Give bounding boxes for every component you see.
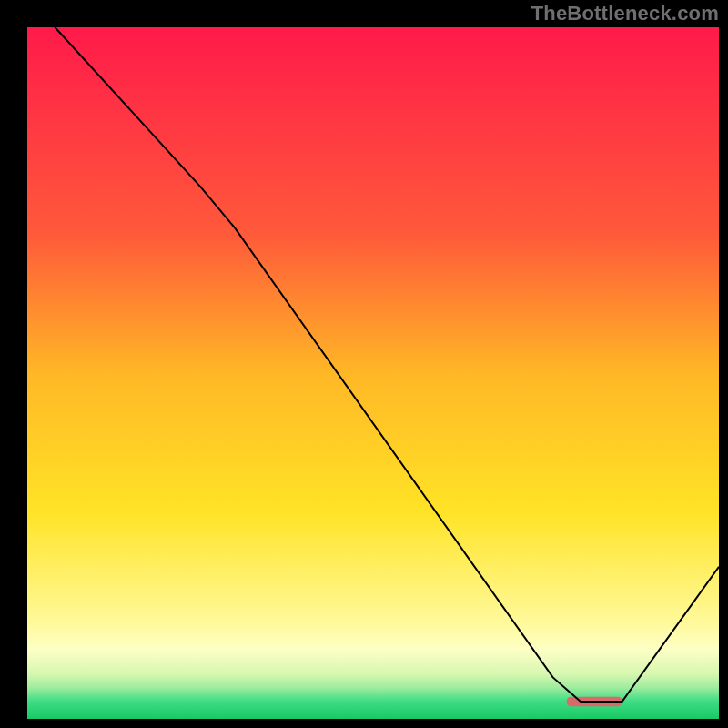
chart-background <box>27 27 719 719</box>
watermark-text: TheBottleneck.com <box>531 2 719 25</box>
chart-frame: TheBottleneck.com <box>0 0 728 728</box>
bottleneck-chart <box>27 27 719 719</box>
